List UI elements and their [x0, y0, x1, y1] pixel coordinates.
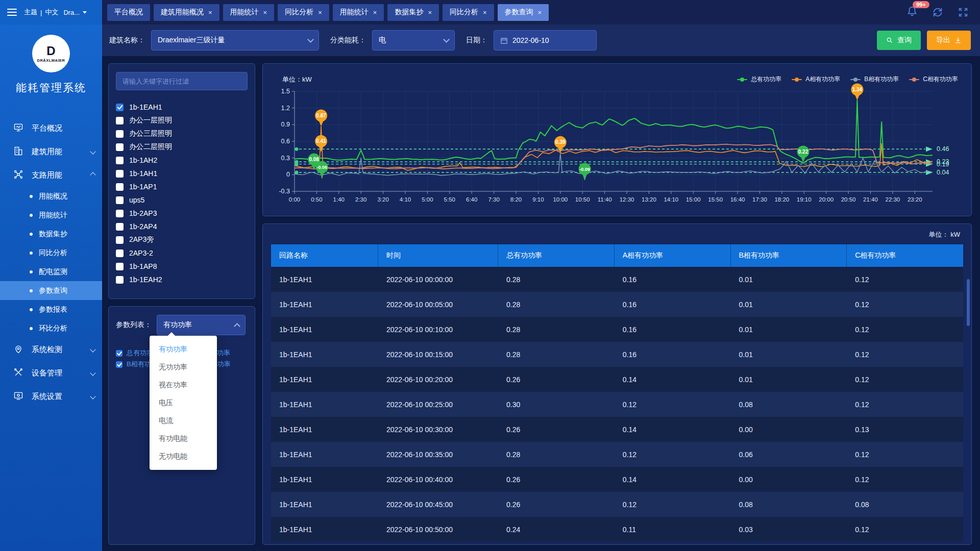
- table-row[interactable]: 1b-1EAH12022-06-10 00:10:000.280.160.010…: [271, 317, 963, 342]
- tab-item[interactable]: 用能统计×: [223, 4, 275, 21]
- query-button[interactable]: 查询: [877, 31, 921, 50]
- table-row[interactable]: 1b-1EAH12022-06-10 00:50:000.240.110.030…: [271, 517, 963, 542]
- checkbox-unchecked[interactable]: [116, 183, 124, 191]
- table-scrollbar[interactable]: [967, 279, 970, 326]
- sidebar-item-2[interactable]: 支路用能: [0, 163, 102, 187]
- table-row[interactable]: 1b-1EAH12022-06-10 00:45:000.260.120.080…: [271, 492, 963, 517]
- table-row[interactable]: 1b-1EAH12022-06-10 00:40:000.260.140.000…: [271, 467, 963, 492]
- sidebar-subitem-配电监测[interactable]: 配电监测: [0, 262, 102, 281]
- table-row[interactable]: 1b-1EAH12022-06-10 00:35:000.280.120.060…: [271, 442, 963, 467]
- circuit-list-item[interactable]: 办公三层照明: [116, 127, 248, 140]
- lang-label[interactable]: 中文: [45, 8, 58, 17]
- dropdown-option[interactable]: 有功功率: [150, 340, 217, 358]
- checkbox-checked[interactable]: [116, 361, 122, 368]
- table-cell: 0.14: [615, 467, 731, 492]
- hamburger-menu-icon[interactable]: [7, 7, 17, 18]
- refresh-icon[interactable]: [932, 7, 943, 18]
- tab-item[interactable]: 数据集抄×: [387, 4, 439, 21]
- circuit-list-item[interactable]: 2AP3旁: [116, 233, 248, 246]
- checkbox-unchecked[interactable]: [116, 210, 124, 217]
- tab-item[interactable]: 同比分析×: [443, 4, 494, 21]
- tab-item[interactable]: 同比分析×: [278, 4, 329, 21]
- checkbox-unchecked[interactable]: [116, 196, 124, 204]
- table-row[interactable]: 1b-1EAH12022-06-10 00:25:000.300.120.080…: [271, 392, 963, 417]
- checkbox-checked[interactable]: [116, 350, 122, 357]
- checkbox-unchecked[interactable]: [116, 223, 124, 231]
- checkbox-unchecked[interactable]: [116, 276, 124, 284]
- circuit-list-item[interactable]: 2AP3-2: [116, 246, 248, 260]
- checkbox-unchecked[interactable]: [116, 117, 124, 124]
- tab-close-icon[interactable]: ×: [318, 9, 322, 16]
- circuit-list-item[interactable]: ups5: [116, 193, 248, 207]
- checkbox-unchecked[interactable]: [116, 143, 124, 151]
- theme-label[interactable]: 主题: [24, 8, 37, 17]
- sidebar-item-0[interactable]: 平台概况: [0, 116, 102, 140]
- circuit-list-item[interactable]: 1b-1AH2: [116, 154, 248, 167]
- theme-language-switcher[interactable]: 主题 | 中文 Dra...: [24, 8, 87, 17]
- sidebar-item-4[interactable]: 设备管理: [0, 361, 102, 385]
- circuit-list-item[interactable]: 办公一层照明: [116, 114, 248, 127]
- power-line-chart[interactable]: 0:000:501:402:303:204:105:005:506:407:30…: [263, 64, 971, 216]
- tab-item[interactable]: 建筑用能概况×: [154, 4, 219, 21]
- circuit-list-item[interactable]: 1b-1AH1: [116, 167, 248, 180]
- fullscreen-icon[interactable]: [958, 7, 969, 18]
- circuit-list-item[interactable]: 1b-1AP8: [116, 260, 248, 273]
- sidebar-subitem-用能统计[interactable]: 用能统计: [0, 206, 102, 224]
- checkbox-unchecked[interactable]: [116, 236, 124, 244]
- tab-close-icon[interactable]: ×: [428, 9, 432, 16]
- param-select[interactable]: 有功功率: [157, 315, 246, 335]
- checkbox-unchecked[interactable]: [116, 263, 124, 270]
- sidebar-item-5[interactable]: 系统设置: [0, 385, 102, 408]
- notifications-button[interactable]: 99+: [906, 6, 918, 19]
- circuit-list-item[interactable]: 1b-1EAH1: [116, 101, 248, 114]
- circuit-list-item[interactable]: 1b-2AP3: [116, 207, 248, 220]
- tab-close-icon[interactable]: ×: [483, 9, 487, 16]
- circuit-list-item[interactable]: 1b-1AP1: [116, 180, 248, 193]
- dropdown-option[interactable]: 电压: [150, 394, 217, 412]
- export-button[interactable]: 导出: [927, 31, 971, 50]
- legend-item[interactable]: C相有功功率: [909, 75, 958, 84]
- tab-item[interactable]: 平台概况: [107, 4, 150, 21]
- sidebar-item-1[interactable]: 建筑用能: [0, 140, 102, 163]
- dropdown-option[interactable]: 视在功率: [150, 376, 217, 394]
- dropdown-option[interactable]: 无功功率: [150, 358, 217, 376]
- tab-item[interactable]: 用能统计×: [333, 4, 384, 21]
- checkbox-unchecked[interactable]: [116, 130, 124, 138]
- table-row[interactable]: 1b-1EAH12022-06-10 00:20:000.260.140.010…: [271, 367, 963, 392]
- checkbox-unchecked[interactable]: [116, 157, 124, 164]
- bullet-dot: [30, 327, 33, 330]
- tab-close-icon[interactable]: ×: [208, 9, 212, 16]
- date-input[interactable]: 2022-06-10: [494, 30, 597, 51]
- table-row[interactable]: 1b-1EAH12022-06-10 00:30:000.260.140.000…: [271, 417, 963, 442]
- sidebar-subitem-环比分析[interactable]: 环比分析: [0, 319, 102, 338]
- legend-item[interactable]: B相有功功率: [850, 75, 899, 84]
- building-select[interactable]: Draexlmaier三级计量: [151, 30, 319, 51]
- dropdown-option[interactable]: 有功电能: [150, 430, 217, 447]
- legend-item[interactable]: 总有功功率: [737, 75, 781, 84]
- sidebar-subitem-同比分析[interactable]: 同比分析: [0, 243, 102, 262]
- dropdown-option[interactable]: 无功电能: [150, 447, 217, 465]
- checkbox-unchecked[interactable]: [116, 170, 124, 178]
- sidebar-subitem-参数查询[interactable]: 参数查询: [0, 281, 102, 300]
- table-row[interactable]: 1b-1EAH12022-06-10 00:05:000.280.160.010…: [271, 292, 963, 317]
- circuit-list-item[interactable]: 办公二层照明: [116, 140, 248, 154]
- energy-select[interactable]: 电: [372, 30, 455, 51]
- circuit-list-item[interactable]: 1b-2AP4: [116, 220, 248, 233]
- tab-close-icon[interactable]: ×: [263, 9, 267, 16]
- dropdown-option[interactable]: 电流: [150, 412, 217, 430]
- circuit-search-input[interactable]: [116, 72, 248, 90]
- tab-item[interactable]: 参数查询×: [498, 4, 549, 21]
- table-row[interactable]: 1b-1EAH12022-06-10 00:00:000.280.160.010…: [271, 267, 963, 292]
- tab-close-icon[interactable]: ×: [373, 9, 377, 16]
- user-label[interactable]: Dra...: [63, 9, 80, 16]
- sidebar-subitem-参数报表[interactable]: 参数报表: [0, 300, 102, 319]
- sidebar-item-3[interactable]: 系统检测: [0, 338, 102, 361]
- checkbox-unchecked[interactable]: [116, 249, 124, 257]
- checkbox-checked[interactable]: [116, 104, 124, 111]
- legend-item[interactable]: A相有功功率: [792, 75, 840, 84]
- table-row[interactable]: 1b-1EAH12022-06-10 00:15:000.280.160.010…: [271, 342, 963, 367]
- sidebar-subitem-数据集抄[interactable]: 数据集抄: [0, 224, 102, 243]
- tab-close-icon[interactable]: ×: [538, 9, 542, 16]
- sidebar-subitem-用能概况[interactable]: 用能概况: [0, 187, 102, 206]
- circuit-list-item[interactable]: 1b-1EAH2: [116, 273, 248, 286]
